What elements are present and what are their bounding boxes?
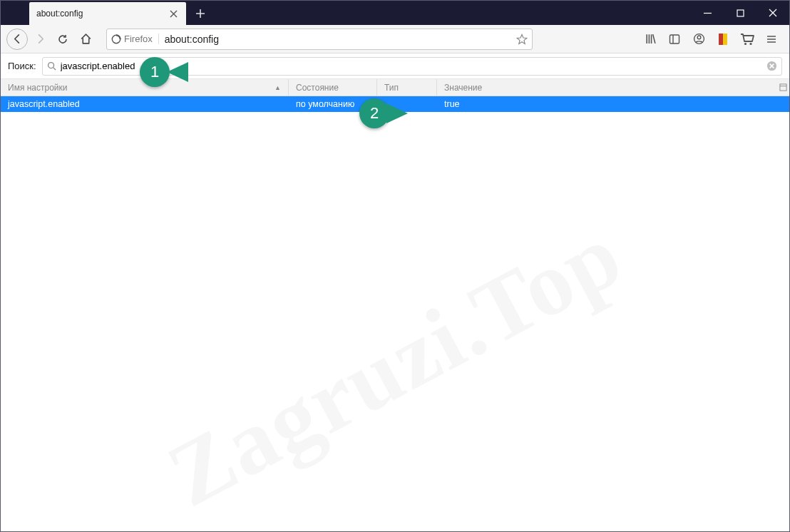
column-picker-icon[interactable]	[776, 83, 789, 91]
svg-rect-11	[779, 84, 786, 91]
close-window-button[interactable]	[756, 1, 789, 25]
menu-button[interactable]	[762, 30, 781, 48]
identity-box[interactable]: Firefox	[111, 34, 159, 44]
col-header-name[interactable]: Имя настройки ▲	[1, 79, 289, 96]
cell-pref-name: javascript.enabled	[1, 99, 289, 109]
svg-point-9	[48, 63, 53, 68]
col-header-type[interactable]: Тип	[377, 79, 437, 96]
minimize-button[interactable]	[691, 1, 724, 25]
config-search-bar: Поиск:	[1, 53, 789, 79]
search-label: Поиск:	[8, 61, 36, 71]
close-tab-icon[interactable]	[168, 8, 179, 19]
sidebar-icon[interactable]	[665, 30, 684, 48]
bookmark-star-icon[interactable]	[516, 34, 528, 45]
svg-point-8	[749, 42, 751, 44]
svg-rect-5	[719, 34, 723, 45]
nav-toolbar: Firefox	[1, 25, 789, 53]
active-tab[interactable]: about:config	[29, 2, 186, 25]
search-input[interactable]	[56, 61, 766, 71]
home-button[interactable]	[75, 29, 96, 50]
svg-point-4	[697, 36, 701, 39]
back-button[interactable]	[6, 29, 28, 50]
titlebar: about:config	[1, 1, 789, 25]
content-area: Zagruzi.Top	[1, 112, 789, 532]
maximize-button[interactable]	[724, 1, 756, 25]
library-icon[interactable]	[641, 30, 660, 48]
url-bar[interactable]: Firefox	[106, 29, 533, 50]
cell-pref-value: true	[437, 99, 789, 109]
col-header-value[interactable]: Значение	[437, 79, 776, 96]
svg-rect-6	[723, 34, 727, 45]
forward-button[interactable]	[29, 29, 51, 50]
toolbar-right	[641, 30, 784, 48]
watermark-text: Zagruzi.Top	[151, 203, 639, 528]
search-box[interactable]	[42, 57, 782, 76]
pref-row[interactable]: javascript.enabled по умолчанию true	[1, 96, 789, 112]
cart-icon[interactable]	[738, 30, 756, 48]
search-icon	[47, 61, 56, 71]
extension-icon[interactable]	[714, 30, 732, 48]
svg-rect-2	[670, 35, 679, 44]
account-icon[interactable]	[689, 30, 708, 48]
col-header-state[interactable]: Состояние	[289, 79, 377, 96]
firefox-icon	[111, 34, 121, 44]
cell-pref-state: по умолчанию	[289, 99, 377, 109]
reload-button[interactable]	[52, 29, 73, 50]
clear-search-icon[interactable]	[766, 61, 777, 71]
identity-label: Firefox	[124, 34, 153, 44]
tabstrip: about:config	[1, 1, 691, 25]
url-input[interactable]	[165, 34, 516, 45]
window-controls	[691, 1, 789, 25]
svg-point-7	[744, 42, 747, 44]
tab-title: about:config	[36, 9, 168, 19]
column-headers: Имя настройки ▲ Состояние Тип Значение	[1, 79, 789, 96]
new-tab-button[interactable]	[190, 4, 210, 24]
svg-rect-0	[737, 10, 744, 16]
sort-indicator-icon: ▲	[275, 84, 281, 91]
